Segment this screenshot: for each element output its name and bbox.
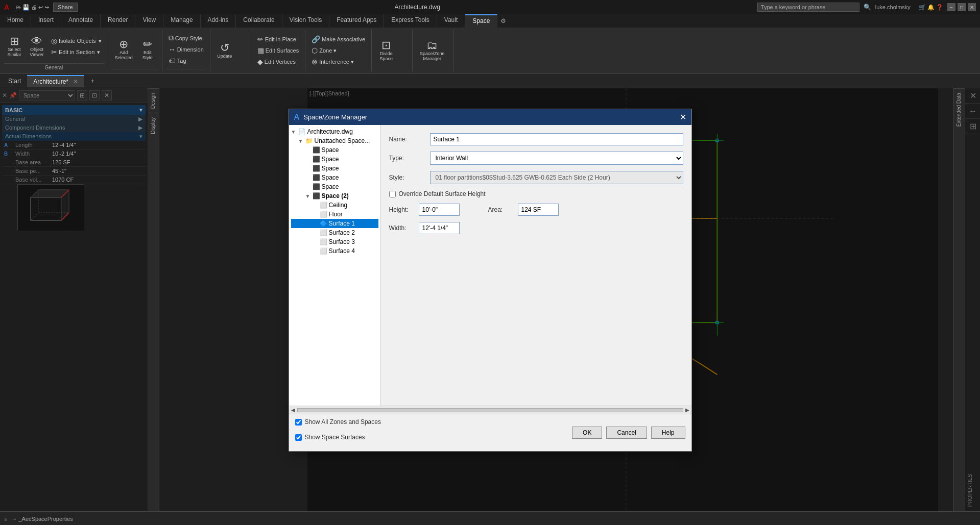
form-height-area-row: Height: Area: [389,204,683,216]
space2-icon: ⬛ [313,156,320,163]
interference-button[interactable]: ⊗ Interference ▾ [309,57,367,67]
object-viewer-button[interactable]: 👁 ObjectViewer [27,34,47,59]
tab-vision[interactable]: Vision Tools [282,14,330,28]
tree-ceiling[interactable]: ⬜ Ceiling [291,201,378,210]
dimension-button[interactable]: ↔ Dimension [166,44,206,55]
show-surfaces-label: Show Space Surfaces [305,434,365,441]
tab-insert[interactable]: Insert [31,14,61,28]
surface4-label: Surface 4 [329,247,355,255]
tab-collaborate[interactable]: Collaborate [236,14,282,28]
tree-space-3[interactable]: ⬛ Space [291,164,378,173]
tab-view[interactable]: View [135,14,163,28]
surface1-icon: 🔷 [320,220,327,227]
name-field-label: Name: [389,136,430,143]
isolate-objects-button[interactable]: ◎ Isolate Objects ▾ [49,36,104,46]
ribbon-group-divide: ⊡ DivideSpace [372,30,413,71]
tab-close-architecture[interactable]: ✕ [73,78,78,85]
copy-style-button[interactable]: ⧉ Copy Style [166,33,206,43]
update-button[interactable]: ↺ Update [214,41,235,60]
tree-surface-3[interactable]: ⬜ Surface 3 [291,237,378,246]
isolate-icon: ◎ [51,37,57,45]
tree-space-4[interactable]: ⬛ Space [291,173,378,182]
type-select[interactable]: Interior Wall Exterior Wall Floor Ceilin… [430,152,683,165]
bottom-tab-label[interactable]: → _AecSpaceProperties [11,516,73,522]
tree-scrollbar[interactable]: ◀ ▶ [289,406,691,414]
divide-space-button[interactable]: ⊡ DivideSpace [376,38,396,63]
maximize-button[interactable]: □ [958,3,966,11]
space5-icon: ⬛ [313,183,320,190]
dialog-close-button[interactable]: ✕ [680,112,686,122]
zone-button[interactable]: ⬡ Zone ▾ [309,45,367,56]
tab-addins[interactable]: Add-ins [201,14,236,28]
edit-vertices-label: Edit Vertices [265,59,296,65]
tab-home[interactable]: Home [0,14,31,28]
edit-section-button[interactable]: ✂ Edit in Section ▾ [49,47,104,57]
edit-surfaces-button[interactable]: ▦ Edit Surfaces [255,45,301,56]
ok-button[interactable]: OK [572,427,602,439]
minimize-button[interactable]: − [947,3,955,11]
unattached-icon: 📁 [305,137,313,144]
show-surfaces-checkbox[interactable] [295,434,302,441]
override-checkbox[interactable] [389,191,396,197]
tab-vault[interactable]: Vault [437,14,465,28]
name-input[interactable] [430,133,683,145]
style-select[interactable]: 01 floor partitions$0$Stud-3.625 GWB-0.6… [430,171,683,184]
edit-style-button[interactable]: ✏ EditStyle [137,37,158,62]
edit-section-label: Edit in Section [59,49,94,55]
new-tab-button[interactable]: + [84,76,100,87]
tree-unattached[interactable]: ▼ 📁 Unattached Space... [291,136,378,145]
interference-arrow: ▾ [351,59,354,65]
space2-label: Space [322,156,339,163]
ribbon-tabs: Home Insert Annotate Render View Manage … [0,14,980,28]
tree-space-5[interactable]: ⬛ Space [291,182,378,191]
search-input[interactable] [757,3,859,12]
tree-space-2[interactable]: ⬛ Space [291,155,378,164]
scroll-right-icon[interactable]: ▶ [685,407,689,413]
pan-icon[interactable]: ≡ [4,516,7,522]
ceiling-expand [313,203,320,208]
isolate-label: Isolate Objects [59,38,96,44]
show-zones-checkbox[interactable] [295,419,302,426]
tree-root[interactable]: ▼ 📄 Architecture.dwg [291,127,378,136]
select-similar-button[interactable]: ⊞ SelectSimilar [4,34,25,59]
tab-featured[interactable]: Featured Apps [329,14,384,28]
display-tab[interactable]: Display [148,113,159,138]
tab-space[interactable]: Space [465,14,497,28]
tree-space-1[interactable]: ⬛ Space [291,145,378,155]
tab-architecture[interactable]: Architecture* ✕ [27,75,84,87]
tab-annotate[interactable]: Annotate [61,14,101,28]
tree-surface-1[interactable]: 🔷 Surface 1 [291,219,378,228]
help-button[interactable]: Help [651,427,685,439]
scroll-track[interactable] [297,408,683,412]
root-label: Architecture.dwg [307,128,353,135]
tree-surface-4[interactable]: ⬜ Surface 4 [291,246,378,256]
tree-space-2-item[interactable]: ▼ ⬛ Space (2) [291,191,378,201]
tab-express[interactable]: Express Tools [384,14,437,28]
make-associative-button[interactable]: 🔗 Make Associative [309,34,367,44]
tree-floor[interactable]: ⬜ Floor [291,210,378,219]
search-icon[interactable]: 🔍 [864,4,871,11]
space1-expand [305,147,313,153]
cancel-button[interactable]: Cancel [606,427,647,439]
tab-render[interactable]: Render [101,14,135,28]
close-button[interactable]: ✕ [968,3,976,11]
edit-inplace-button[interactable]: ✏ Edit in Place [255,34,301,44]
tab-start[interactable]: Start [2,76,27,87]
scroll-left-icon[interactable]: ◀ [291,407,295,413]
zone-manager-button[interactable]: 🗂 Space/ZoneManager [417,38,447,63]
tree-surface-2[interactable]: ⬜ Surface 2 [291,228,378,237]
tab-manage[interactable]: Manage [163,14,200,28]
form-width-input[interactable] [419,222,460,234]
add-selected-button[interactable]: ⊕ AddSelected [112,37,135,62]
extended-data-tab[interactable]: Extended Data [954,88,965,131]
area-input[interactable] [518,204,559,216]
height-input[interactable] [419,204,460,216]
zone-manager-icon: 🗂 [426,40,438,51]
edit-vertices-button[interactable]: ◆ Edit Vertices [255,57,301,67]
tag-button[interactable]: 🏷 Tag [166,56,206,66]
dialog-buttons: OK Cancel Help [572,427,685,439]
floor-icon: ⬜ [320,211,327,218]
design-tab[interactable]: Design [148,88,159,113]
floor-label: Floor [329,211,343,218]
share-button[interactable]: Share [53,3,77,12]
